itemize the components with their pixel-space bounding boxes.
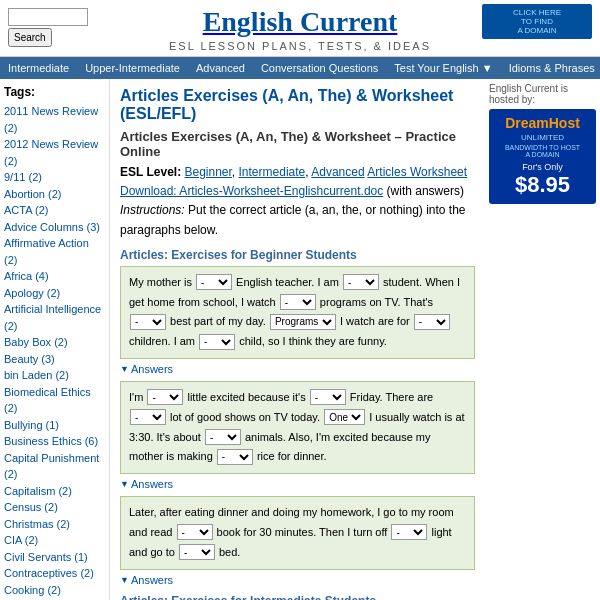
dh-tag1: UNLIMITED — [495, 133, 590, 142]
hosted-by-text: English Current is hosted by: — [489, 83, 596, 105]
sidebar-item[interactable]: Christmas (2) — [4, 516, 105, 533]
ex2-select4[interactable]: Oneaanthe — [324, 409, 365, 425]
ex3-select2[interactable]: -aanthe — [391, 524, 427, 540]
sidebar-item[interactable]: Apology (2) — [4, 285, 105, 302]
ex1-select3[interactable]: -aanthe — [280, 294, 316, 310]
ex1-select2[interactable]: -aanthe — [343, 274, 379, 290]
dreamhost-ad-header[interactable]: CLICK HERETO FINDA DOMAIN — [482, 4, 592, 39]
dh-price: $8.95 — [495, 172, 590, 198]
ex2-select5[interactable]: -aanthe — [205, 429, 241, 445]
page-title: Articles Exercises (A, An, The) & Worksh… — [120, 87, 475, 123]
sidebar-item[interactable]: Cooking (2) — [4, 582, 105, 599]
tags-title: Tags: — [4, 85, 105, 99]
sidebar-item[interactable]: Abortion (2) — [4, 186, 105, 203]
dh-offer: For's Only — [495, 162, 590, 172]
nav-conversation[interactable]: Conversation Questions — [253, 57, 386, 79]
sidebar-item[interactable]: Beauty (3) — [4, 351, 105, 368]
sidebar-item[interactable]: CIA (2) — [4, 532, 105, 549]
sidebar-item[interactable]: Capital Punishment (2) — [4, 450, 105, 483]
right-ad-area: English Current is hosted by: DreamHost … — [485, 79, 600, 600]
sidebar-item[interactable]: 2012 News Review (2) — [4, 136, 105, 169]
ex3-select1[interactable]: -aanthe — [177, 524, 213, 540]
ex2-select1[interactable]: -aanthe — [147, 389, 183, 405]
ex1-select4[interactable]: -aanthe — [130, 314, 166, 330]
sidebar-item[interactable]: Advice Columns (3) — [4, 219, 105, 236]
dh-logo: DreamHost — [495, 115, 590, 131]
sidebar-item[interactable]: Contraceptives (2) — [4, 565, 105, 582]
dh-tag2: BANDWIDTH TO HOST — [495, 144, 590, 151]
level-advanced[interactable]: Advanced — [311, 165, 364, 179]
sidebar-item[interactable]: Artificial Intelligence (2) — [4, 301, 105, 334]
search-button[interactable]: Search — [8, 28, 52, 47]
sidebar-item[interactable]: Biomedical Ethics (2) — [4, 384, 105, 417]
level-beginner[interactable]: Beginner — [184, 165, 231, 179]
sidebar-item[interactable]: Baby Box (2) — [4, 334, 105, 351]
ex1-select6[interactable]: -aanthe — [414, 314, 450, 330]
practice-title: Articles Exercises (A, An, The) & Worksh… — [120, 129, 475, 159]
level-intermediate[interactable]: Intermediate — [239, 165, 306, 179]
sidebar-item[interactable]: Census (2) — [4, 499, 105, 516]
ex2-select6[interactable]: -aanthe — [217, 449, 253, 465]
beginner-exercise-3: Later, after eating dinner and doing my … — [120, 496, 475, 569]
nav-idioms[interactable]: Idioms & Phrases ▼ — [501, 57, 600, 79]
sidebar: Tags: 2011 News Review (2) 2012 News Rev… — [0, 79, 110, 600]
beginner-exercise-1: My mother is -aanthe English teacher. I … — [120, 266, 475, 359]
ex1-select5[interactable]: Programsaanthe — [270, 314, 336, 330]
sidebar-item[interactable]: Affirmative Action (2) — [4, 235, 105, 268]
content-area: Articles Exercises (A, An, The) & Worksh… — [110, 79, 485, 600]
ex1-text1: My mother is — [129, 276, 192, 288]
ex2-select3[interactable]: -aanthe — [130, 409, 166, 425]
beginner-exercise-2: I'm -aanthe little excited because it's … — [120, 381, 475, 474]
beginner-section-title: Articles: Exercises for Beginner Student… — [120, 248, 475, 262]
sidebar-item[interactable]: Africa (4) — [4, 268, 105, 285]
nav-upper-intermediate[interactable]: Upper-Intermediate — [77, 57, 188, 79]
dreamhost-banner[interactable]: DreamHost UNLIMITED BANDWIDTH TO HOST A … — [489, 109, 596, 204]
ex3-select3[interactable]: -aanthe — [179, 544, 215, 560]
sidebar-item[interactable]: 9/11 (2) — [4, 169, 105, 186]
sidebar-item[interactable]: Bullying (1) — [4, 417, 105, 434]
nav-advanced[interactable]: Advanced — [188, 57, 253, 79]
ex1-select7[interactable]: -aanthe — [199, 334, 235, 350]
nav-test-english[interactable]: Test Your English ▼ — [386, 57, 500, 79]
answers-toggle-1[interactable]: Answers — [120, 363, 475, 375]
answers-toggle-3[interactable]: Answers — [120, 574, 475, 586]
dh-tag3: A DOMAIN — [495, 151, 590, 158]
ex2-select2[interactable]: -aanthe — [310, 389, 346, 405]
answers-toggle-2[interactable]: Answers — [120, 478, 475, 490]
sidebar-item[interactable]: Capitalism (2) — [4, 483, 105, 500]
navbar: Intermediate Upper-Intermediate Advanced… — [0, 57, 600, 79]
sidebar-item[interactable]: Business Ethics (6) — [4, 433, 105, 450]
sidebar-item[interactable]: 2011 News Review (2) — [4, 103, 105, 136]
ex1-select1[interactable]: -aanthe — [196, 274, 232, 290]
sidebar-item[interactable]: ACTA (2) — [4, 202, 105, 219]
sidebar-item[interactable]: bin Laden (2) — [4, 367, 105, 384]
sidebar-item[interactable]: Civil Servants (1) — [4, 549, 105, 566]
intermediate-section-title: Articles: Exercises for Intermediate Stu… — [120, 594, 475, 600]
site-tagline: ESL LESSON PLANS, TESTS, & IDEAS — [0, 40, 600, 52]
level-line: ESL Level: Beginner, Intermediate, Advan… — [120, 163, 475, 240]
nav-intermediate[interactable]: Intermediate — [0, 57, 77, 79]
search-input[interactable] — [8, 8, 88, 26]
